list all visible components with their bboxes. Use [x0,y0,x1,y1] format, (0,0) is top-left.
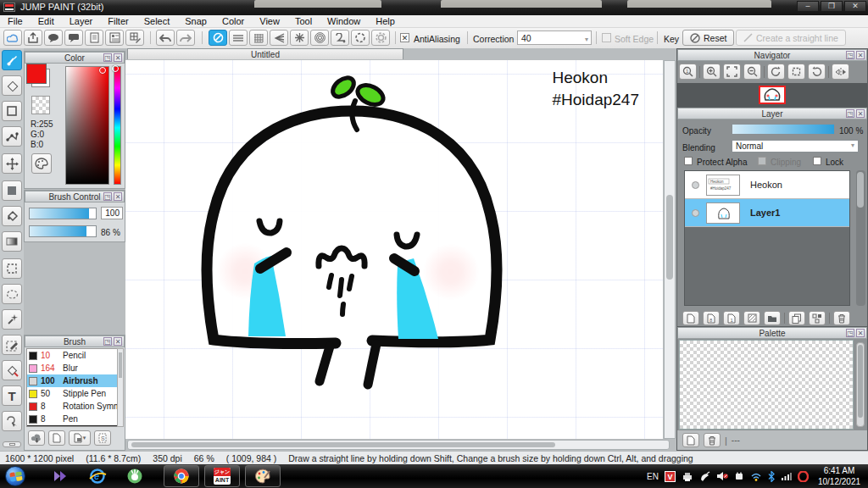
speech-balloon-button[interactable] [44,30,63,46]
minimize-button[interactable]: – [797,1,819,12]
layer-visibility-icon[interactable] [692,181,699,189]
restore-button[interactable]: ❐ [821,1,843,12]
delete-layer-button[interactable] [833,311,850,325]
menu-help[interactable]: Help [368,16,403,26]
snap-settings-button[interactable] [371,30,390,46]
popout-icon[interactable]: ◳ [846,109,854,118]
cloud-button[interactable] [3,30,22,46]
close-icon[interactable]: ✕ [856,51,865,59]
close-button[interactable]: ✕ [844,1,866,12]
layer-list-scrollbar[interactable] [856,170,865,306]
brush-item-blur[interactable]: 164 Blur [27,362,117,374]
menu-layer[interactable]: Layer [62,16,101,26]
lasso-tool-button[interactable] [2,284,22,304]
select-rect-tool-button[interactable] [2,258,22,279]
eraser-tool-button[interactable] [2,75,22,96]
publish-button[interactable] [24,30,42,46]
tray-volume-muted-icon[interactable] [716,471,728,481]
panel-edit-button[interactable] [125,30,144,46]
gradient-tool-button[interactable] [2,231,22,252]
start-button[interactable] [5,466,25,486]
sv-cursor[interactable] [99,67,106,74]
close-icon[interactable]: ✕ [114,337,122,346]
add-8bit-layer-button[interactable]: 8 [703,311,720,325]
zoom-out-button[interactable] [743,64,761,80]
lock-checkbox[interactable] [813,157,821,165]
bucket-tool-button[interactable] [2,206,22,226]
snap-ellipse-button[interactable] [351,30,370,46]
balloon-rect-button[interactable] [64,30,83,46]
popout-icon[interactable]: ◳ [846,329,854,337]
clock[interactable]: 6:41 AM 10/12/2021 [812,465,866,487]
snap-parallel-button[interactable] [229,30,248,46]
canvas[interactable]: Heokon #Hoidap247 [125,60,663,439]
saturation-value-picker[interactable] [65,66,109,185]
tray-dish-icon[interactable] [699,471,710,481]
brush-item-rotation-symm[interactable]: 8 Rotation Symm [27,400,117,413]
canvas-horizontal-scrollbar[interactable] [127,440,670,450]
text-tool-button[interactable]: T [2,385,22,406]
popout-icon[interactable]: ◳ [103,192,112,201]
page-settings-button[interactable] [105,30,124,46]
brush-size-value[interactable]: 100 [101,207,123,219]
hue-slider[interactable] [114,66,121,185]
brush-tool-button[interactable] [2,50,22,70]
snap-concentric-button[interactable] [310,30,329,46]
palette-swatches-area[interactable] [679,340,854,430]
soft-edge-checkbox[interactable] [602,33,611,42]
add-folder-button[interactable] [764,311,781,325]
zoom-100-button[interactable]: 1 [679,64,697,80]
snap-vanishing-button[interactable] [270,30,288,46]
add-1bit-layer-button[interactable]: 1 [723,311,740,325]
reset-rotation-button[interactable] [787,64,805,80]
menu-color[interactable]: Color [214,16,252,26]
palette-mode-button[interactable] [31,153,52,174]
popout-icon[interactable]: ◳ [103,337,112,346]
tool-size-slider[interactable] [3,441,21,447]
tray-v-icon[interactable]: V [665,471,676,482]
menu-filter[interactable]: Filter [100,16,136,26]
internet-explorer-taskbar-icon[interactable]: e [86,467,108,485]
create-straight-line-button[interactable]: Create a straight line [736,30,846,46]
kmplayer-taskbar-icon[interactable] [49,467,71,485]
tray-printer-icon[interactable] [682,472,693,481]
brush-folder-button[interactable]: ▾ [69,430,91,446]
select-eraser-tool-button[interactable] [2,360,22,380]
brush-item-stipple-pen[interactable]: 50 Stipple Pen [27,387,117,400]
move-tool-button[interactable] [2,153,22,174]
coccoc-taskbar-icon[interactable] [124,467,146,485]
delete-palette-color-button[interactable] [704,433,721,447]
tray-bluetooth-icon[interactable] [768,471,775,482]
palette-scrollbar[interactable] [856,342,865,427]
add-layer-button[interactable] [682,311,699,325]
navigator-thumbnail[interactable] [759,86,786,104]
brush-item-pen[interactable]: 8 Pen [27,413,117,425]
popout-icon[interactable]: ◳ [846,51,854,59]
add-halftone-layer-button[interactable] [743,311,760,325]
brush-list-scrollbar[interactable] [117,348,124,427]
shape-tool-button[interactable] [2,101,22,121]
menu-snap[interactable]: Snap [177,16,214,26]
rotate-cw-button[interactable] [808,64,826,80]
menu-select[interactable]: Select [136,16,178,26]
background-color-swatch[interactable] [31,69,50,87]
magic-wand-tool-button[interactable] [2,309,22,330]
document-button[interactable] [85,30,103,46]
antialiasing-checkbox[interactable]: ✕ [400,33,409,42]
canvas-vertical-scrollbar[interactable] [664,60,676,439]
cloud-brush-button[interactable] [28,430,45,446]
close-icon[interactable]: ✕ [856,109,865,118]
add-brush-button[interactable] [48,430,65,446]
protect-alpha-checkbox[interactable] [684,157,693,165]
popout-icon[interactable]: ◳ [103,53,112,62]
zoom-in-button[interactable] [703,64,721,80]
brush-item-airbrush[interactable]: 100 Airbrush [27,374,117,387]
snap-off-button[interactable] [209,30,227,46]
merge-layer-button[interactable] [809,311,826,325]
blending-dropdown[interactable]: Normal ▾ [732,140,859,152]
chrome-taskbar-button[interactable] [164,465,199,487]
fit-screen-button[interactable] [723,64,741,80]
menu-view[interactable]: View [252,16,287,26]
brush-item-pencil[interactable]: 10 Pencil [27,349,117,362]
jump-paint-taskbar-button[interactable]: ジャンプAINT [204,465,240,487]
